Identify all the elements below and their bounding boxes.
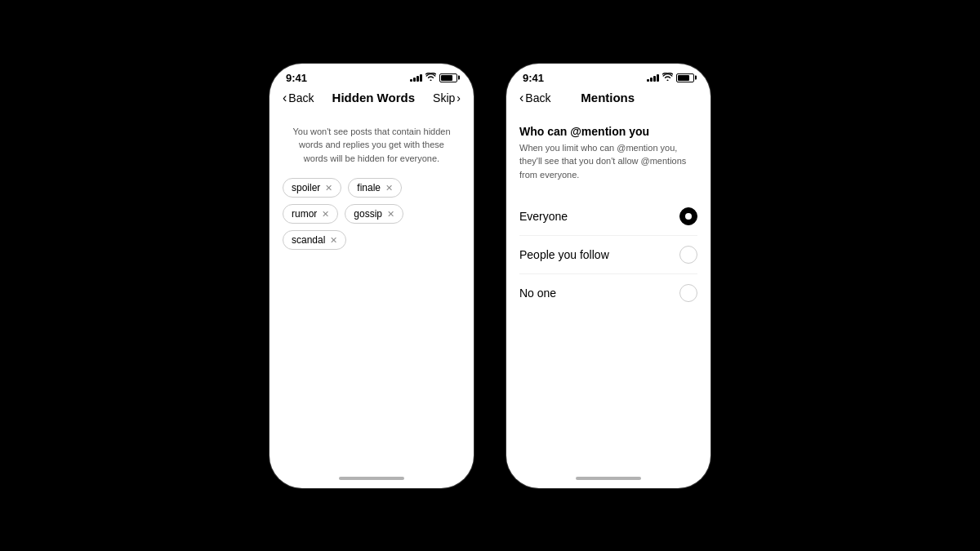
tag-finale[interactable]: finale ✕ [348, 178, 402, 198]
radio-no-one[interactable] [679, 284, 697, 302]
status-icons-2 [647, 73, 694, 82]
hidden-words-description: You won't see posts that contain hidden … [283, 125, 461, 166]
option-everyone-label: Everyone [519, 210, 568, 223]
nav-bar-1: ‹ Back Hidden Words Skip › [270, 87, 474, 112]
tag-rumor-label: rumor [292, 208, 317, 220]
tag-scandal-remove[interactable]: ✕ [330, 235, 337, 246]
option-everyone[interactable]: Everyone [519, 198, 697, 236]
status-icons-1 [410, 73, 457, 82]
option-no-one[interactable]: No one [519, 274, 697, 312]
option-no-one-label: No one [519, 287, 556, 300]
phone-mentions: 9:41 ‹ Back [506, 64, 710, 488]
back-button-2[interactable]: ‹ Back [519, 91, 550, 105]
tag-gossip[interactable]: gossip ✕ [345, 204, 403, 224]
tag-finale-label: finale [357, 182, 381, 193]
battery-icon-2 [676, 73, 694, 82]
status-time-1: 9:41 [286, 72, 307, 84]
chevron-left-icon-1: ‹ [283, 91, 287, 105]
tags-container: spoiler ✕ finale ✕ rumor ✕ gossip ✕ scan… [283, 178, 461, 250]
tag-rumor[interactable]: rumor ✕ [283, 204, 338, 224]
mentions-content: Who can @mention you When you limit who … [506, 112, 710, 469]
tag-scandal[interactable]: scandal ✕ [283, 230, 346, 250]
status-bar-2: 9:41 [506, 64, 710, 87]
tag-gossip-remove[interactable]: ✕ [387, 209, 394, 220]
wifi-icon-1 [425, 73, 436, 82]
radio-people-you-follow[interactable] [679, 246, 697, 264]
tag-spoiler[interactable]: spoiler ✕ [283, 178, 341, 198]
tag-gossip-label: gossip [354, 208, 382, 220]
signal-icon-1 [410, 73, 422, 82]
nav-title-2: Mentions [581, 91, 635, 104]
mentions-section-title: Who can @mention you [519, 125, 697, 138]
home-bar-1 [339, 477, 404, 480]
home-bar-2 [576, 477, 641, 480]
tag-spoiler-label: spoiler [292, 182, 320, 193]
status-time-2: 9:41 [523, 72, 544, 84]
radio-everyone[interactable] [679, 207, 697, 225]
tag-finale-remove[interactable]: ✕ [385, 183, 393, 193]
status-bar-1: 9:41 [270, 64, 474, 87]
skip-label: Skip [433, 91, 455, 104]
back-button-1[interactable]: ‹ Back [283, 91, 314, 105]
option-people-you-follow-label: People you follow [519, 248, 609, 261]
tag-rumor-remove[interactable]: ✕ [322, 209, 329, 220]
tag-scandal-label: scandal [292, 234, 325, 246]
nav-bar-2: ‹ Back Mentions [506, 87, 710, 112]
signal-icon-2 [647, 73, 659, 82]
skip-button[interactable]: Skip › [433, 91, 461, 104]
hidden-words-content: You won't see posts that contain hidden … [270, 112, 474, 469]
chevron-left-icon-2: ‹ [519, 91, 523, 105]
phone-hidden-words: 9:41 ‹ Back [270, 64, 474, 488]
chevron-right-icon: › [457, 91, 461, 104]
tag-spoiler-remove[interactable]: ✕ [325, 183, 332, 193]
nav-title-1: Hidden Words [332, 91, 415, 104]
option-people-you-follow[interactable]: People you follow [519, 236, 697, 274]
home-indicator-2 [506, 469, 710, 488]
wifi-icon-2 [662, 73, 673, 82]
back-label-1: Back [288, 91, 314, 104]
home-indicator-1 [270, 469, 474, 488]
back-label-2: Back [525, 91, 550, 104]
mentions-section-desc: When you limit who can @mention you, the… [519, 141, 697, 182]
battery-icon-1 [439, 73, 457, 82]
